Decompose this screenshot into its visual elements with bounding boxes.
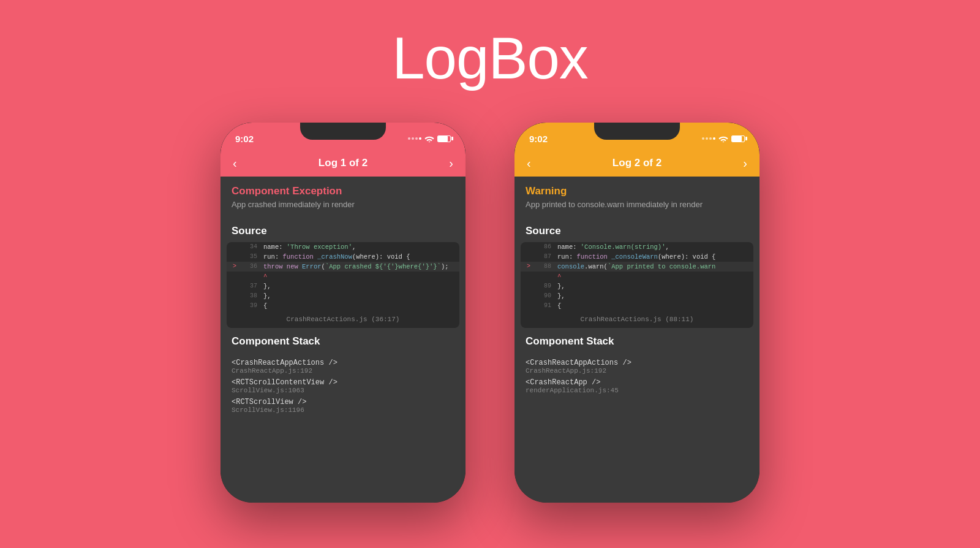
code-line-highlighted: > 88 console.warn(`App printed to consol…: [521, 262, 753, 272]
phone-1-stack-label: Component Stack: [221, 328, 466, 352]
phone-1-status-bar: 9:02: [221, 123, 466, 150]
phone-2-code-footer: CrashReactActions.js (88:11): [521, 311, 753, 328]
code-line: 89 },: [521, 281, 753, 291]
phone-2-error-subtitle: App printed to console.warn immediately …: [526, 200, 748, 209]
stack-item: <CrashReactApp /> renderApplication.js:4…: [526, 378, 748, 394]
code-line: 38 },: [227, 291, 459, 301]
code-line: 87 run: function _consoleWarn(where): vo…: [521, 252, 753, 262]
phone-2-error-title: Warning: [526, 185, 748, 197]
phone-1-prev-arrow[interactable]: ‹: [233, 156, 237, 170]
code-line: 91 {: [521, 301, 753, 311]
code-line: 34 name: 'Throw exception',: [227, 242, 459, 252]
phone-2-source-label: Source: [514, 218, 760, 242]
code-line: 90 },: [521, 291, 753, 301]
phone-2-header-title: Log 2 of 2: [612, 157, 662, 169]
code-line: 37 },: [227, 281, 459, 291]
phone-1: 9:02 ‹: [221, 123, 466, 503]
phone-1-screen: 9:02 ‹: [221, 123, 466, 503]
battery-icon: [731, 135, 745, 142]
phone-2-prev-arrow[interactable]: ‹: [527, 156, 531, 170]
phone-1-header-title: Log 1 of 2: [318, 157, 368, 169]
phone-1-source-label: Source: [221, 218, 466, 242]
phone-2-status-bar: 9:02: [514, 123, 760, 150]
phone-2-next-arrow[interactable]: ›: [743, 156, 747, 170]
stack-item: <RCTScrollView /> ScrollView.js:1196: [232, 398, 454, 414]
signal-icon: [408, 137, 421, 140]
phone-1-time: 9:02: [235, 134, 254, 144]
phone-1-code-block: 34 name: 'Throw exception', 35 run: func…: [227, 242, 459, 328]
stack-item: <CrashReactAppActions /> CrashReactApp.j…: [232, 359, 454, 375]
code-line: 86 name: 'Console.warn(string)',: [521, 242, 753, 252]
code-line: 39 {: [227, 301, 459, 311]
phone-1-log-header: ‹ Log 1 of 2 ›: [221, 150, 466, 177]
phone-1-status-icons: [408, 135, 451, 142]
phone-2-error-section: Warning App printed to console.warn imme…: [514, 177, 760, 218]
wifi-icon: [718, 135, 728, 142]
phone-2-stack-section: <CrashReactAppActions /> CrashReactApp.j…: [514, 352, 760, 404]
signal-icon: [702, 137, 715, 140]
phone-2-status-icons: [702, 135, 745, 142]
page-title: LogBox: [392, 25, 588, 92]
code-line: ^: [521, 272, 753, 281]
code-line: 35 run: function _crashNow(where): void …: [227, 252, 459, 262]
phone-2-time: 9:02: [529, 134, 548, 144]
phone-2-log-header: ‹ Log 2 of 2 ›: [514, 150, 760, 177]
phone-1-stack-section: <CrashReactAppActions /> CrashReactApp.j…: [221, 352, 466, 424]
stack-item: <CrashReactAppActions /> CrashReactApp.j…: [526, 359, 748, 375]
phone-2: 9:02 ‹: [514, 123, 760, 503]
phone-1-error-section: Component Exception App crashed immediat…: [221, 177, 466, 218]
wifi-icon: [424, 135, 434, 142]
phone-1-error-subtitle: App crashed immediately in render: [232, 200, 454, 209]
phone-1-next-arrow[interactable]: ›: [449, 156, 453, 170]
code-line: ^: [227, 272, 459, 281]
code-line-highlighted: > 36 throw new Error(`App crashed ${'{'}…: [227, 262, 459, 272]
phone-2-stack-label: Component Stack: [514, 328, 760, 352]
phone-1-error-title: Component Exception: [232, 185, 454, 197]
phone-1-code-footer: CrashReactActions.js (36:17): [227, 311, 459, 328]
battery-icon: [437, 135, 451, 142]
stack-item: <RCTScrollContentView /> ScrollView.js:1…: [232, 378, 454, 394]
phone-2-screen: 9:02 ‹: [514, 123, 760, 503]
phone-2-code-block: 86 name: 'Console.warn(string)', 87 run:…: [521, 242, 753, 328]
phones-container: 9:02 ‹: [221, 123, 760, 503]
